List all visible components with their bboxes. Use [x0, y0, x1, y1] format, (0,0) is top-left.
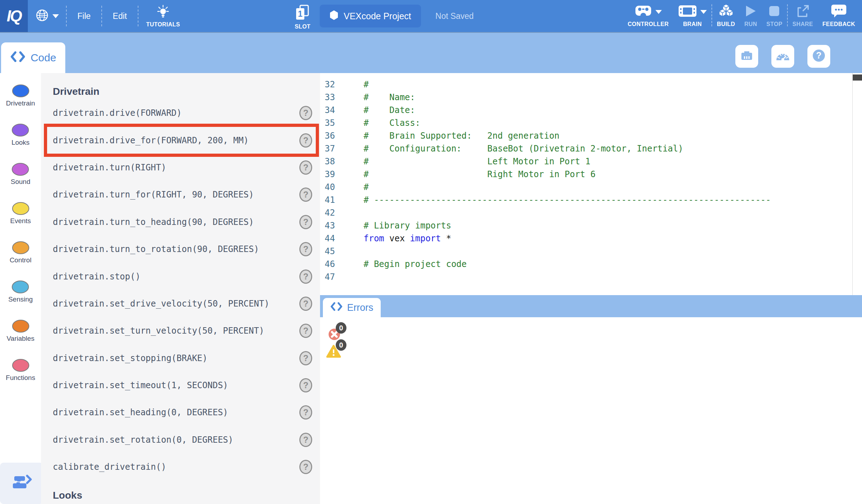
code-line: 39 # Right Motor in Port 6	[320, 168, 862, 181]
code-tab-label: Code	[31, 52, 56, 64]
command-help-icon[interactable]: ?	[299, 215, 312, 229]
command-help-icon[interactable]: ?	[299, 133, 312, 148]
line-number: 36	[320, 129, 335, 142]
help-button[interactable]: ?	[807, 45, 830, 68]
category-label: Looks	[11, 139, 30, 146]
sidebar-category-item[interactable]: Drivetrain	[6, 81, 35, 120]
command-row[interactable]: drivetrain.drive(FORWARD) ?	[41, 99, 320, 127]
command-row[interactable]: drivetrain.set_drive_velocity(50, PERCEN…	[41, 290, 320, 317]
language-button[interactable]	[28, 8, 66, 24]
edit-menu[interactable]: Edit	[102, 11, 138, 21]
sidebar-category-item[interactable]: Events	[10, 199, 31, 238]
run-play-icon	[745, 5, 757, 19]
command-code[interactable]: calibrate_drivetrain()	[53, 462, 166, 472]
category-color-dot	[12, 124, 29, 137]
command-code[interactable]: drivetrain.set_timeout(1, SECONDS)	[53, 380, 228, 390]
file-menu[interactable]: File	[67, 11, 101, 21]
command-row[interactable]: drivetrain.turn_for(RIGHT, 90, DEGREES) …	[41, 181, 320, 208]
command-help-icon[interactable]: ?	[299, 433, 312, 447]
controller-button[interactable]: CONTROLLER	[623, 0, 673, 32]
feedback-button[interactable]: FEEDBACK	[818, 0, 860, 32]
command-row[interactable]: drivetrain.turn(RIGHT) ?	[41, 154, 320, 181]
command-row[interactable]: drivetrain.set_stopping(BRAKE) ?	[41, 345, 320, 372]
sidebar-category-item[interactable]: Sensing	[8, 277, 33, 316]
command-code[interactable]: drivetrain.set_rotation(0, DEGREES)	[53, 435, 233, 445]
command-help-icon[interactable]: ?	[299, 106, 312, 120]
editor-scroll-divider	[852, 73, 853, 295]
code-tag-icon	[10, 51, 25, 65]
command-palette: Drivetrain drivetrain.drive(FORWARD) ? d…	[41, 73, 320, 504]
command-row[interactable]: drivetrain.set_turn_velocity(50, PERCENT…	[41, 317, 320, 344]
category-list: Drivetrain Looks Sound Events	[0, 73, 41, 395]
brain-button[interactable]: BRAIN	[673, 0, 711, 32]
command-code[interactable]: drivetrain.turn_for(RIGHT, 90, DEGREES)	[53, 190, 254, 200]
editor-scrollbar-thumb[interactable]	[853, 74, 862, 81]
sidebar-category-item[interactable]: Control	[10, 238, 31, 277]
stop-square-icon	[768, 5, 780, 19]
category-color-dot	[12, 281, 29, 293]
command-help-icon[interactable]: ?	[299, 405, 312, 420]
command-code[interactable]: drivetrain.drive_for(FORWARD, 200, MM)	[53, 135, 249, 145]
switch-to-blocks-button[interactable]	[0, 463, 44, 504]
command-code[interactable]: drivetrain.set_drive_velocity(50, PERCEN…	[53, 299, 269, 309]
command-help-icon[interactable]: ?	[299, 324, 312, 338]
sidebar-category-item[interactable]: Looks	[11, 120, 30, 159]
command-code[interactable]: drivetrain.drive(FORWARD)	[53, 108, 182, 118]
slot-label: SLOT	[295, 24, 310, 30]
command-help-icon[interactable]: ?	[299, 351, 312, 365]
device-info-button[interactable]	[735, 45, 758, 68]
palette-next-section-title: Looks	[53, 490, 320, 502]
code-line: 41 # -----------------------------------…	[320, 194, 862, 206]
code-line: 33 # Name:	[320, 91, 862, 104]
command-help-icon[interactable]: ?	[299, 297, 312, 311]
slot-button[interactable]: 1 SLOT	[295, 2, 310, 30]
command-help-icon[interactable]: ?	[299, 378, 312, 392]
dashboard-button[interactable]	[771, 45, 794, 68]
warning-icon	[326, 354, 341, 360]
command-help-icon[interactable]: ?	[299, 242, 312, 256]
top-toolbar: IQ File Edit	[0, 0, 862, 32]
command-row[interactable]: calibrate_drivetrain() ?	[41, 453, 320, 480]
build-button[interactable]: BUILD	[712, 0, 740, 32]
command-row[interactable]: drivetrain.drive_for(FORWARD, 200, MM) ?	[41, 127, 320, 154]
command-code[interactable]: drivetrain.set_heading(0, DEGREES)	[53, 407, 228, 417]
errors-panel-bar: Errors	[320, 295, 862, 317]
command-row[interactable]: drivetrain.turn_to_rotation(90, DEGREES)…	[41, 236, 320, 263]
errors-tab-label: Errors	[347, 302, 374, 313]
command-help-icon[interactable]: ?	[299, 269, 312, 284]
command-row[interactable]: drivetrain.turn_to_heading(90, DEGREES) …	[41, 209, 320, 236]
command-row[interactable]: drivetrain.set_rotation(0, DEGREES) ?	[41, 426, 320, 453]
stop-label: STOP	[766, 21, 782, 27]
category-color-dot	[12, 359, 29, 372]
command-code[interactable]: drivetrain.turn_to_rotation(90, DEGREES)	[53, 244, 259, 254]
sidebar-category-item[interactable]: Variables	[7, 316, 35, 355]
line-content: # Left Motor in Port 1	[364, 155, 590, 168]
command-help-icon[interactable]: ?	[299, 187, 312, 202]
command-code[interactable]: drivetrain.turn(RIGHT)	[53, 163, 166, 173]
command-code[interactable]: drivetrain.stop()	[53, 272, 141, 282]
tutorials-button[interactable]: TUTORIALS	[138, 5, 188, 28]
error-count-badge: 0	[336, 322, 346, 334]
sidebar-category-item[interactable]: Sound	[11, 159, 30, 199]
line-number: 32	[320, 78, 335, 91]
command-row[interactable]: drivetrain.set_timeout(1, SECONDS) ?	[41, 372, 320, 399]
tab-code[interactable]: Code	[1, 42, 65, 73]
command-code[interactable]: drivetrain.turn_to_heading(90, DEGREES)	[53, 217, 254, 227]
command-code[interactable]: drivetrain.set_stopping(BRAKE)	[53, 353, 207, 363]
code-editor[interactable]: 32 # 33 # Name: 34 # Date: 35 # Class: 3…	[320, 73, 862, 295]
project-name-button[interactable]: VEXcode Project	[320, 5, 421, 27]
command-row[interactable]: drivetrain.stop() ?	[41, 263, 320, 290]
brain-label: BRAIN	[683, 21, 702, 27]
code-line: 38 # Left Motor in Port 1	[320, 155, 862, 168]
code-line: 40 #	[320, 181, 862, 194]
command-help-icon[interactable]: ?	[299, 160, 312, 175]
tab-errors[interactable]: Errors	[323, 298, 381, 317]
build-cubes-icon	[718, 4, 734, 20]
command-row[interactable]: drivetrain.set_heading(0, DEGREES) ?	[41, 399, 320, 426]
sidebar-category-item[interactable]: Functions	[6, 355, 35, 395]
command-code[interactable]: drivetrain.set_turn_velocity(50, PERCENT…	[53, 326, 264, 336]
warning-count-badge: 0	[336, 339, 346, 351]
share-label: SHARE	[792, 21, 813, 27]
command-help-icon[interactable]: ?	[299, 460, 312, 474]
category-label: Control	[10, 256, 31, 264]
